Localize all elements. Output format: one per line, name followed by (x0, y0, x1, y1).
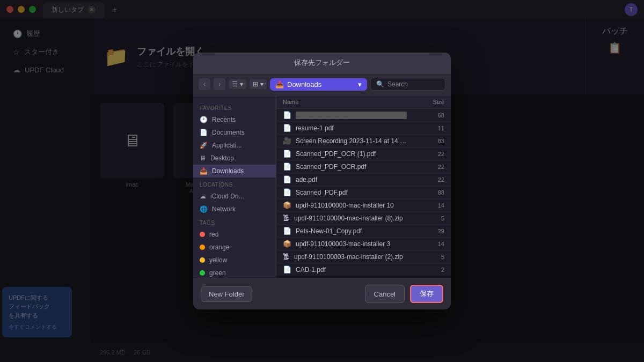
dialog-overlay: 保存先フォルダー ‹ › ☰ ▾ ⊞ ▾ 📥 Downloads ▾ 🔍 Sea… (0, 0, 644, 362)
list-view-icon: ☰ (232, 80, 238, 88)
location-dropdown[interactable]: 📥 Downloads ▾ (270, 78, 367, 91)
dialog-title: 保存先フォルダー (294, 58, 350, 67)
locations-section-label: Locations (193, 180, 276, 190)
grid-view-select[interactable]: ⊞ ▾ (250, 79, 267, 89)
dialog-body: Favorites 🕐 Recents 📄 Documents 🚀 Applic… (193, 95, 451, 278)
file-row[interactable]: 🎥 Screen Recording 2023-11-14 at 14.55.2… (276, 135, 451, 147)
file-row[interactable]: 🗜 updf-9110100003-mac-installer (2).zip … (276, 250, 451, 263)
file-row[interactable]: 📄 Scanned_PDF.pdf 88 (276, 186, 451, 199)
sidebar-item-downloads[interactable]: 📥 Downloads (193, 165, 276, 178)
sidebar-item-tag-yellow[interactable]: yellow (193, 254, 276, 267)
file-icon: 📄 (283, 124, 291, 132)
file-row[interactable]: 📄 Scanned_PDF_OCR (1).pdf 22 (276, 147, 451, 160)
green-dot-icon (200, 270, 205, 276)
red-dot-icon (200, 232, 205, 237)
sidebar-item-icloud[interactable]: ☁ iCloud Dri... (193, 190, 276, 203)
file-list-header: Name Size (276, 95, 451, 109)
dialog-title-bar: 保存先フォルダー (193, 53, 451, 73)
back-button[interactable]: ‹ (199, 78, 210, 90)
location-chevron-icon: ▾ (358, 80, 362, 88)
save-dialog: 保存先フォルダー ‹ › ☰ ▾ ⊞ ▾ 📥 Downloads ▾ 🔍 Sea… (193, 53, 451, 309)
downloads-icon: 📥 (200, 167, 208, 175)
icloud-icon: ☁ (200, 193, 206, 200)
file-row[interactable]: 📄 ade.pdf 22 (276, 173, 451, 186)
search-placeholder: Search (387, 80, 408, 88)
sidebar-item-applications[interactable]: 🚀 Applicati... (193, 139, 276, 152)
sidebar-item-tag-red[interactable]: red (193, 228, 276, 241)
dialog-sidebar: Favorites 🕐 Recents 📄 Documents 🚀 Applic… (193, 95, 276, 278)
file-icon: 📄 (283, 111, 291, 119)
col-name-header: Name (283, 99, 407, 105)
file-row[interactable]: 📦 updf-9110100003-mac-installer 3 14 (276, 238, 451, 250)
sidebar-item-tag-orange[interactable]: orange (193, 241, 276, 254)
file-row[interactable]: 📄 Scanned_PDF_OCR.pdf 22 (276, 160, 451, 173)
video-file-icon: 🎥 (283, 137, 291, 145)
chevron-down-icon: ▾ (240, 80, 243, 88)
forward-button[interactable]: › (214, 78, 225, 90)
dialog-footer: New Folder Cancel 保存 (193, 278, 451, 309)
sidebar-item-recents[interactable]: 🕐 Recents (193, 113, 276, 126)
file-icon: 📄 (283, 150, 291, 158)
app-file-icon: 📦 (283, 201, 291, 209)
documents-icon: 📄 (200, 129, 208, 136)
file-icon: 📄 (283, 162, 291, 171)
app-file-icon: 📦 (283, 240, 291, 248)
list-view-select[interactable]: ☰ ▾ (229, 79, 246, 89)
file-row[interactable]: 🗜 updf-9110100000-mac-installer (8).zip … (276, 212, 451, 225)
new-folder-button[interactable]: New Folder (201, 286, 252, 302)
file-row[interactable]: 📄 Pets-New-01_Copy.pdf 29 (276, 225, 451, 238)
file-icon: 📄 (283, 175, 291, 183)
desktop-icon: 🖥 (200, 154, 206, 162)
sidebar-item-desktop[interactable]: 🖥 Desktop (193, 152, 276, 165)
tags-section-label: Tags (193, 218, 276, 228)
save-button[interactable]: 保存 (410, 285, 443, 303)
file-icon: 📄 (283, 265, 291, 274)
sidebar-item-tag-green[interactable]: green (193, 267, 276, 278)
zip-file-icon: 🗜 (283, 214, 290, 222)
file-row[interactable]: 📄 CAD-1.pdf 2 (276, 263, 451, 276)
col-size-header: Size (407, 99, 444, 105)
orange-dot-icon (200, 245, 205, 250)
grid-icon: ⊞ (253, 80, 258, 88)
network-icon: 🌐 (200, 205, 208, 213)
applications-icon: 🚀 (200, 142, 208, 149)
search-box[interactable]: 🔍 Search (370, 78, 445, 91)
zip-file-icon: 🗜 (283, 253, 290, 261)
sidebar-item-network[interactable]: 🌐 Network (193, 203, 276, 216)
file-row[interactable]: 📄 resume-1.pdf 11 (276, 122, 451, 135)
search-icon: 🔍 (376, 80, 384, 88)
location-label: Downloads (287, 80, 321, 88)
recents-icon: 🕐 (200, 116, 208, 123)
sidebar-item-documents[interactable]: 📄 Documents (193, 126, 276, 139)
dialog-toolbar: ‹ › ☰ ▾ ⊞ ▾ 📥 Downloads ▾ 🔍 Search (193, 73, 451, 95)
footer-right: Cancel 保存 (365, 285, 443, 303)
yellow-dot-icon (200, 257, 205, 263)
file-icon: 📄 (283, 188, 291, 196)
grid-chevron-icon: ▾ (260, 80, 264, 88)
file-row[interactable]: 📦 updf-9110100000-mac-installer 10 14 (276, 199, 451, 212)
cancel-button[interactable]: Cancel (365, 285, 405, 303)
file-list: Name Size 📄 ████████████ 68 📄 resume-1.p… (276, 95, 451, 278)
file-row[interactable]: 📄 ████████████ 68 (276, 109, 451, 122)
favorites-section-label: Favorites (193, 103, 276, 113)
file-icon: 📄 (283, 227, 291, 235)
file-row[interactable]: 📄 CAD.pdf 5 (276, 276, 451, 278)
downloads-folder-icon: 📥 (275, 80, 284, 88)
